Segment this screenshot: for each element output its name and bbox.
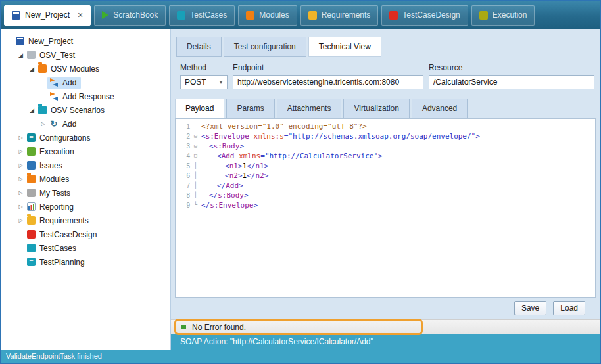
modules-icon bbox=[246, 11, 254, 20]
fold-marker[interactable]: ⊟ bbox=[190, 131, 201, 141]
load-button[interactable]: Load bbox=[553, 301, 585, 315]
tree-entry[interactable]: New_Project bbox=[14, 35, 78, 47]
tree-item-testcases[interactable]: TestCases bbox=[1, 241, 170, 255]
expander-icon[interactable]: ◢ bbox=[28, 66, 36, 72]
tree-item-my-tests[interactable]: ▷My Tests bbox=[1, 186, 170, 200]
tab-virtualization[interactable]: Virtualization bbox=[343, 99, 409, 118]
tree-item-new-project[interactable]: New_Project bbox=[1, 34, 170, 48]
tree-item-requirements[interactable]: ▷Requirements bbox=[1, 214, 170, 227]
tree-entry[interactable]: Execution bbox=[25, 146, 79, 158]
main-panel: DetailsTest configurationTechnical View … bbox=[171, 29, 600, 350]
top-tab-modules[interactable]: Modules bbox=[238, 5, 297, 26]
tab-payload[interactable]: Payload bbox=[175, 99, 224, 118]
tree-item-configurations[interactable]: ▷≡Configurations bbox=[1, 131, 170, 145]
detail-tab-bar: DetailsTest configurationTechnical View bbox=[176, 37, 600, 57]
code-line-2[interactable]: 2⊟<s:Envelope xmlns:s="http://schemas.xm… bbox=[176, 131, 595, 141]
tree-entry[interactable]: Modules bbox=[25, 173, 74, 185]
code-line-8[interactable]: 8│</s:Body> bbox=[176, 191, 595, 200]
tree-entry[interactable]: Add bbox=[47, 77, 81, 89]
tree-item-add[interactable]: Add bbox=[1, 76, 170, 89]
code-line-4[interactable]: 4⊟<Add xmlns="http://CalculatorService"> bbox=[176, 151, 595, 161]
code-editor[interactable]: 1<?xml version="1.0" encoding="utf-8"?>2… bbox=[175, 118, 596, 298]
tree-entry[interactable]: OSV_Test bbox=[25, 49, 80, 61]
top-tab-requirements[interactable]: Requirements bbox=[300, 5, 379, 26]
tree-item-osv-test[interactable]: ◢OSV_Test bbox=[1, 48, 170, 62]
expander-icon[interactable]: ▷ bbox=[16, 162, 25, 168]
code-line-1[interactable]: 1<?xml version="1.0" encoding="utf-8"?> bbox=[176, 122, 595, 131]
tree-entry[interactable]: OSV Modules bbox=[36, 63, 104, 75]
save-button[interactable]: Save bbox=[514, 301, 546, 315]
tree-entry[interactable]: TestCases bbox=[25, 242, 81, 254]
close-icon[interactable]: × bbox=[78, 11, 83, 20]
tree-item-issues[interactable]: ▷Issues bbox=[1, 158, 170, 172]
expander-icon[interactable]: ▷ bbox=[16, 190, 25, 196]
resource-input[interactable] bbox=[429, 75, 594, 89]
endpoint-input[interactable] bbox=[233, 75, 423, 89]
requirements-icon bbox=[308, 11, 317, 20]
tree-entry[interactable]: Add Response bbox=[47, 91, 119, 102]
tree-entry[interactable]: Issues bbox=[25, 160, 67, 171]
tree-entry[interactable]: ≡Configurations bbox=[25, 132, 95, 144]
testplanning-icon: ≡ bbox=[27, 258, 36, 266]
reporting-icon bbox=[27, 202, 36, 211]
code-line-9[interactable]: 9└</s:Envelope> bbox=[176, 200, 595, 210]
tree-item-execution[interactable]: ▷Execution bbox=[1, 145, 170, 158]
fold-marker: │ bbox=[190, 171, 201, 181]
expander-icon[interactable]: ◢ bbox=[16, 52, 25, 58]
tree-entry[interactable]: ≡TestPlanning bbox=[25, 256, 89, 268]
top-tab-execution[interactable]: Execution bbox=[471, 5, 535, 26]
tree-item-modules[interactable]: ▷Modules bbox=[1, 172, 170, 186]
chevron-down-icon[interactable]: ▾ bbox=[216, 76, 226, 88]
tree-item-osv-modules[interactable]: ◢OSV Modules bbox=[1, 62, 170, 76]
tab-details[interactable]: Details bbox=[176, 37, 222, 57]
fold-marker[interactable]: ⊟ bbox=[190, 151, 201, 161]
top-tab-testcases[interactable]: TestCases bbox=[169, 5, 235, 26]
tree-entry[interactable]: My Tests bbox=[25, 187, 75, 199]
tab-attachments[interactable]: Attachments bbox=[277, 99, 342, 118]
expander-icon[interactable]: ▷ bbox=[16, 217, 25, 223]
tree-entry[interactable]: Reporting bbox=[25, 201, 78, 213]
tab-label: TestCases bbox=[190, 11, 227, 20]
tree-item-label: My Tests bbox=[39, 189, 70, 198]
fold-marker: │ bbox=[190, 191, 201, 200]
code-line-5[interactable]: 5│<n1>1</n1> bbox=[176, 161, 595, 171]
code-line-7[interactable]: 7│</Add> bbox=[176, 181, 595, 191]
code-line-3[interactable]: 3⊟<s:Body> bbox=[176, 141, 595, 151]
tree-item-testplanning[interactable]: ≡TestPlanning bbox=[1, 255, 170, 269]
tab-test-configuration[interactable]: Test configuration bbox=[224, 37, 306, 57]
top-tab-scratchbook[interactable]: ScratchBook bbox=[94, 5, 166, 26]
code-text: <n2>1</n2> bbox=[201, 171, 268, 181]
tree-item-reporting[interactable]: ▷Reporting bbox=[1, 200, 170, 214]
code-line-6[interactable]: 6│<n2>1</n2> bbox=[176, 171, 595, 181]
tab-technical-view[interactable]: Technical View bbox=[308, 37, 381, 57]
tree-item-add[interactable]: ▷↻Add bbox=[1, 117, 170, 131]
tree-item-label: Modules bbox=[39, 175, 69, 184]
scratchbook-icon bbox=[102, 11, 108, 19]
expander-icon[interactable]: ▷ bbox=[16, 135, 25, 141]
expander-icon[interactable]: ▷ bbox=[16, 148, 25, 154]
tree-item-testcasedesign[interactable]: TestCaseDesign bbox=[1, 227, 170, 241]
fold-marker: │ bbox=[190, 181, 201, 191]
tree-entry[interactable]: OSV Scenarios bbox=[36, 104, 109, 116]
expander-icon[interactable]: ▷ bbox=[16, 204, 25, 210]
top-tab-testcasedesign[interactable]: TestCaseDesign bbox=[381, 5, 468, 26]
code-text: </s:Envelope> bbox=[201, 200, 258, 210]
tab-advanced[interactable]: Advanced bbox=[412, 99, 468, 118]
top-tab-new-project[interactable]: New_Project× bbox=[4, 5, 91, 26]
tree-entry[interactable]: ↻Add bbox=[47, 118, 81, 130]
expander-icon[interactable]: ▷ bbox=[16, 176, 25, 182]
osv-modules-icon bbox=[38, 64, 47, 73]
fold-marker[interactable]: ⊟ bbox=[190, 141, 201, 151]
tree-entry[interactable]: Requirements bbox=[25, 215, 93, 227]
fold-marker: └ bbox=[190, 200, 201, 210]
tree-item-add-response[interactable]: Add Response bbox=[1, 89, 170, 103]
expander-icon[interactable]: ▷ bbox=[39, 121, 47, 127]
tree-item-label: OSV Modules bbox=[51, 64, 99, 74]
tree-item-label: Requirements bbox=[39, 216, 89, 225]
endpoint-field: Endpoint bbox=[233, 63, 423, 89]
tab-params[interactable]: Params bbox=[226, 99, 274, 118]
expander-icon[interactable]: ◢ bbox=[28, 107, 36, 114]
method-select[interactable]: POST ▾ bbox=[180, 75, 228, 89]
tree-item-osv-scenarios[interactable]: ◢OSV Scenarios bbox=[1, 103, 170, 117]
tree-entry[interactable]: TestCaseDesign bbox=[25, 229, 101, 240]
